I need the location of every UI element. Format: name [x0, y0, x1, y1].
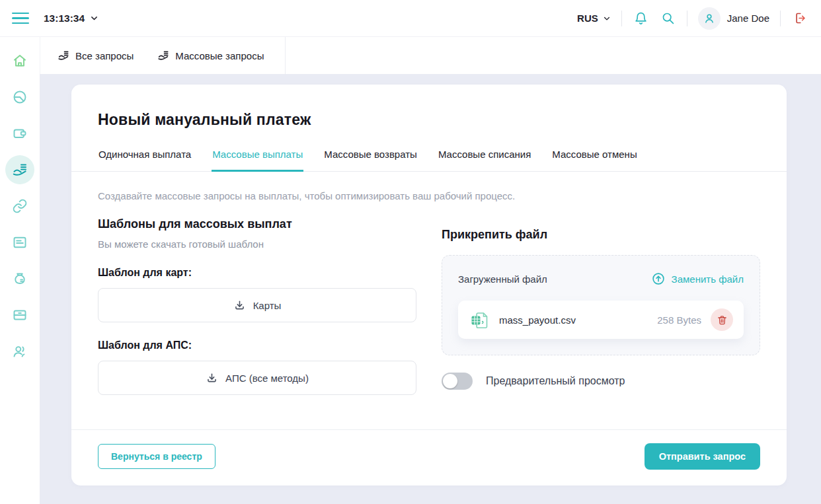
mass-payments-icon [12, 162, 28, 178]
money-bag-icon [12, 271, 28, 287]
cards-template-label: Шаблон для карт: [98, 267, 416, 279]
chevron-down-icon [603, 15, 611, 22]
templates-column: Шаблоны для массовых выплат Вы можете ск… [98, 217, 416, 395]
templates-subheading: Вы можете скачать готовый шаблон [98, 238, 416, 250]
home-icon [12, 53, 28, 69]
submit-request-button[interactable]: Отправить запрос [645, 443, 760, 470]
aps-template-label: Шаблон для АПС: [98, 340, 416, 351]
app-window: 13:13:34 RUS [0, 0, 821, 504]
users-icon [12, 343, 28, 359]
sidebar-item-links[interactable] [5, 192, 34, 221]
user-avatar-icon [698, 7, 721, 30]
chevron-down-icon [90, 14, 98, 22]
card-footer: Вернуться в реестр Отправить запрос [71, 429, 787, 486]
upload-circle-icon [651, 271, 666, 286]
sidebar-item-analytics[interactable] [5, 83, 34, 112]
templates-heading: Шаблоны для массовых выплат [98, 217, 416, 231]
archive-box-icon [12, 307, 28, 323]
divider [285, 37, 286, 74]
user-menu[interactable]: Jane Doe [698, 7, 769, 30]
file-name: mass_payout.csv [499, 314, 657, 326]
mass-request-icon [58, 50, 69, 61]
language-value: RUS [577, 13, 598, 24]
language-selector[interactable]: RUS [577, 13, 611, 24]
pie-chart-icon [12, 89, 28, 105]
tab-label: Массовые запросы [175, 50, 264, 61]
payment-type-tabs: Одиночная выплата Массовые выплаты Массо… [71, 129, 787, 172]
main-content: Все запросы Массовые запросы Новый мануа… [40, 37, 821, 504]
section-description: Создавайте массовые запросы на выплаты, … [71, 172, 787, 201]
replace-file-button[interactable]: Заменить файл [651, 271, 744, 286]
wallet-icon [12, 126, 28, 141]
sidebar-item-home[interactable] [5, 46, 34, 75]
page-body: Новый мануальный платеж Одиночная выплат… [40, 74, 821, 504]
replace-file-label: Заменить файл [672, 273, 744, 285]
sidebar-item-mass-payments[interactable] [5, 155, 34, 184]
payment-card: Новый мануальный платеж Одиночная выплат… [71, 85, 787, 486]
uploaded-file-label: Загруженный файл [458, 273, 547, 285]
mass-request-icon [157, 50, 169, 61]
time-value: 13:13:34 [44, 13, 85, 24]
document-icon [12, 234, 28, 250]
tab-mass-cancellations[interactable]: Массовые отмены [551, 149, 637, 172]
preview-toggle-label: Предварительный просмотр [486, 375, 625, 387]
tab-mass-requests[interactable]: Массовые запросы [151, 46, 270, 65]
link-icon [12, 198, 28, 214]
download-button-label: АПС (все методы) [225, 373, 309, 384]
divider [780, 11, 781, 26]
sidebar-item-users[interactable] [5, 337, 34, 366]
uploaded-file-row: mass_payout.csv 258 Bytes [458, 301, 744, 339]
preview-toggle[interactable] [442, 373, 473, 390]
download-aps-template-button[interactable]: АПС (все методы) [98, 361, 416, 395]
logout-icon[interactable] [791, 10, 808, 26]
bell-icon[interactable] [633, 10, 649, 26]
tab-mass-debits[interactable]: Массовые списания [438, 149, 531, 172]
attach-heading: Прикрепить файл [442, 228, 760, 242]
sidebar [0, 37, 40, 504]
page-title: Новый мануальный платеж [98, 111, 760, 129]
csv-file-icon [470, 310, 490, 330]
sidebar-item-cards[interactable] [5, 301, 34, 330]
upload-panel: Загруженный файл Заменить файл [442, 255, 760, 355]
trash-icon[interactable] [711, 308, 733, 331]
menu-icon[interactable] [12, 12, 29, 25]
tab-mass-payouts[interactable]: Массовые выплаты [212, 149, 303, 172]
request-tabs-bar: Все запросы Массовые запросы [40, 37, 821, 74]
user-name: Jane Doe [727, 13, 769, 24]
tab-single-payout[interactable]: Одиночная выплата [98, 149, 192, 172]
sidebar-item-reports[interactable] [5, 228, 34, 257]
download-button-label: Карты [253, 300, 282, 311]
topbar: 13:13:34 RUS [0, 0, 821, 37]
download-icon [206, 372, 218, 384]
attach-column: Прикрепить файл Загруженный файл Заменит… [442, 217, 760, 395]
file-size: 258 Bytes [657, 314, 701, 326]
divider [621, 11, 622, 26]
time-dropdown[interactable]: 13:13:34 [44, 13, 98, 24]
search-icon[interactable] [660, 10, 676, 26]
download-icon [233, 299, 246, 312]
tab-all-requests[interactable]: Все запросы [51, 46, 140, 65]
preview-toggle-row: Предварительный просмотр [442, 373, 760, 390]
tab-label: Все запросы [75, 50, 134, 61]
sidebar-item-balance[interactable] [5, 264, 34, 293]
sidebar-item-wallet[interactable] [5, 119, 34, 148]
back-to-registry-button[interactable]: Вернуться в реестр [98, 444, 215, 469]
tab-mass-refunds[interactable]: Массовые возвраты [323, 149, 418, 172]
divider [687, 11, 687, 26]
download-cards-template-button[interactable]: Карты [98, 288, 416, 322]
